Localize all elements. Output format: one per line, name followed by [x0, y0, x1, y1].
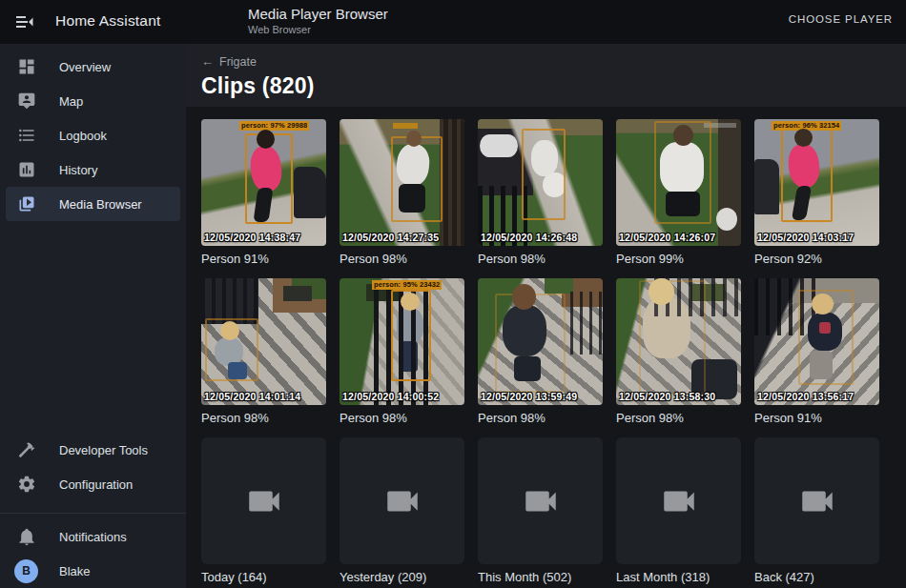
detection-bounding-box: [495, 294, 566, 393]
clip-card: 12/05/2020 13:58:30 Person 98%: [616, 278, 741, 425]
clip-thumbnail[interactable]: 12/05/2020 14:26:07: [616, 119, 741, 246]
view-dashboard-icon: [17, 57, 36, 76]
scene-art: [570, 292, 603, 355]
detection-bounding-box: [654, 121, 711, 224]
clip-label: Person 98%: [478, 411, 603, 425]
gear-icon: [17, 475, 36, 494]
sidebar-item-notifications[interactable]: Notifications: [0, 519, 186, 554]
hammer-icon: [17, 440, 36, 459]
detection-label: person: 96% 32154: [772, 121, 841, 131]
clip-card: person: 96% 32154 12/05/2020 14:03:17 Pe…: [754, 119, 879, 266]
clip-label: Person 98%: [201, 411, 326, 425]
detection-bounding-box: [639, 280, 706, 395]
back-arrow-icon: ←: [201, 54, 214, 69]
sidebar-spacer: [0, 221, 186, 433]
clip-card: 12/05/2020 14:27:35 Person 98%: [340, 119, 464, 266]
clip-thumbnail[interactable]: 12/05/2020 14:27:35: [340, 119, 464, 246]
video-camera-icon: [797, 481, 837, 521]
sidebar-item-configuration[interactable]: Configuration: [0, 467, 186, 501]
sidebar-divider: [0, 513, 186, 514]
scene-art: [294, 167, 326, 218]
menu-open-icon: [13, 10, 36, 33]
avatar: B: [14, 559, 38, 583]
detection-bounding-box: [798, 290, 854, 385]
folder-label: Today (164): [201, 570, 326, 584]
sidebar-item-map[interactable]: Map: [0, 84, 186, 118]
folder-thumbnail-this-month[interactable]: [478, 437, 603, 564]
list-bulleted-icon: [17, 126, 36, 145]
folder-thumbnail-back[interactable]: [754, 437, 879, 564]
top-app-bar: Home Assistant Media Player Browser Web …: [0, 0, 906, 44]
clip-label: Person 98%: [478, 252, 603, 266]
folder-card: Last Month (318): [616, 437, 741, 584]
clip-thumbnail[interactable]: person: 95% 23432 12/05/2020 14:00:52: [340, 278, 464, 405]
sidebar-item-history[interactable]: History: [0, 152, 186, 187]
detection-bounding-box: [245, 133, 293, 224]
detection-bounding-box: [522, 129, 566, 220]
map-account-icon: [17, 91, 36, 111]
detection-label: person: 95% 23432: [372, 280, 442, 290]
choose-player-button[interactable]: CHOOSE PLAYER: [789, 13, 893, 25]
scene-art: [440, 119, 464, 246]
bell-icon: [17, 527, 36, 546]
page-subtitle: Web Browser: [248, 24, 388, 35]
clip-timestamp: 12/05/2020 14:00:52: [342, 391, 439, 402]
clip-thumbnail[interactable]: 12/05/2020 13:58:30: [616, 278, 741, 405]
chart-box-icon: [17, 160, 36, 179]
media-browser-content: ← Frigate Clips (820) person: 97% 29988 …: [186, 44, 906, 588]
detection-bounding-box: [391, 136, 443, 222]
detection-bounding-box: [205, 318, 258, 381]
clip-card: 12/05/2020 14:26:07 Person 99%: [616, 119, 741, 266]
video-camera-icon: [521, 481, 561, 521]
clip-timestamp: 12/05/2020 13:59:49: [481, 391, 577, 402]
clip-label: Person 91%: [754, 411, 879, 425]
content-header: ← Frigate Clips (820): [186, 44, 906, 107]
sidebar-item-logbook[interactable]: Logbook: [0, 118, 186, 152]
sidebar-item-developer-tools[interactable]: Developer Tools: [0, 433, 186, 467]
clip-thumbnail[interactable]: person: 97% 29988 12/05/2020 14:38:47: [201, 119, 326, 246]
profile-name: Blake: [59, 564, 91, 578]
breadcrumb-back-frigate[interactable]: ← Frigate: [201, 54, 906, 69]
folder-thumbnail-last-month[interactable]: [616, 437, 741, 564]
clip-thumbnail[interactable]: 12/05/2020 13:56:17: [754, 278, 879, 405]
clip-label: Person 98%: [340, 252, 464, 266]
clip-timestamp: 12/05/2020 14:03:17: [757, 232, 854, 243]
clip-label: Person 91%: [201, 252, 326, 266]
clip-card: person: 95% 23432 12/05/2020 14:00:52 Pe…: [340, 278, 464, 425]
clip-timestamp: 12/05/2020 14:27:35: [342, 232, 439, 243]
scene-art: [754, 159, 779, 214]
clip-thumbnail[interactable]: person: 96% 32154 12/05/2020 14:03:17: [754, 119, 879, 246]
folder-card: Back (427): [754, 437, 879, 584]
clip-timestamp: 12/05/2020 14:38:47: [204, 232, 300, 243]
clip-thumbnail[interactable]: 12/05/2020 14:01:14: [201, 278, 326, 405]
sidebar-item-profile[interactable]: B Blake: [0, 554, 186, 588]
sidebar-item-media-browser[interactable]: Media Browser: [6, 187, 180, 221]
folder-thumbnail-today[interactable]: [201, 437, 326, 564]
clip-timestamp: 12/05/2020 13:56:17: [757, 391, 854, 402]
media-grid: person: 97% 29988 12/05/2020 14:38:47 Pe…: [186, 107, 906, 584]
video-camera-icon: [382, 481, 422, 521]
sidebar-toggle-button[interactable]: [13, 10, 36, 33]
clip-thumbnail[interactable]: 12/05/2020 13:59:49: [478, 278, 603, 405]
breadcrumb-label: Frigate: [219, 55, 257, 69]
clip-label: Person 92%: [754, 252, 879, 266]
app-title: Home Assistant: [55, 12, 160, 30]
clip-label: Person 99%: [616, 252, 741, 266]
clip-label: Person 98%: [340, 411, 464, 425]
sidebar-item-overview[interactable]: Overview: [0, 50, 186, 84]
video-camera-icon: [659, 481, 699, 521]
page-section-title: Clips (820): [201, 73, 906, 99]
page-heading: Media Player Browser Web Browser: [248, 6, 388, 35]
folder-thumbnail-yesterday[interactable]: [340, 437, 464, 564]
scene-art: [716, 208, 737, 231]
clip-card: person: 97% 29988 12/05/2020 14:38:47 Pe…: [201, 119, 326, 266]
folder-label: Last Month (318): [616, 570, 741, 584]
clip-thumbnail[interactable]: 12/05/2020 14:26:48: [478, 119, 603, 246]
page-title: Media Player Browser: [248, 6, 388, 22]
detection-label: person: 97% 29988: [239, 121, 309, 131]
clip-timestamp: 12/05/2020 13:58:30: [619, 391, 715, 402]
clip-card: 12/05/2020 14:26:48 Person 98%: [478, 119, 603, 266]
clip-timestamp: 12/05/2020 14:26:07: [619, 232, 715, 243]
folder-card: This Month (502): [478, 437, 603, 584]
clip-card: 12/05/2020 13:59:49 Person 98%: [478, 278, 603, 425]
